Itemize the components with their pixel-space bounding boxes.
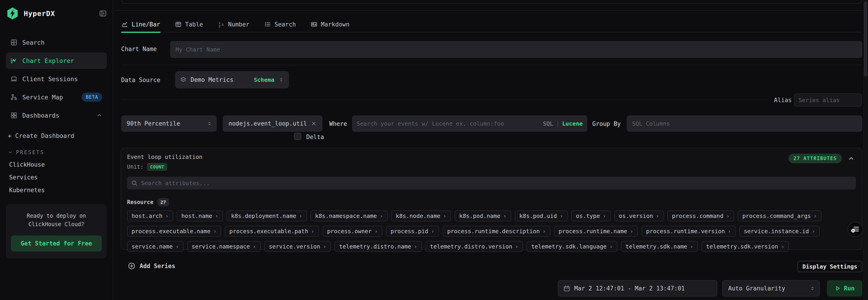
attribute-chip[interactable]: host.arch› xyxy=(127,211,173,221)
display-settings-button[interactable]: Display Settings xyxy=(798,261,862,272)
service-map-icon xyxy=(10,94,17,101)
tab-table[interactable]: Table xyxy=(175,17,203,32)
product-tour-fab[interactable] xyxy=(848,222,863,237)
preset-kubernetes[interactable]: Kubernetes xyxy=(6,187,107,194)
delta-checkbox[interactable] xyxy=(294,133,301,140)
sidebar-item-client-sessions[interactable]: Client Sessions xyxy=(6,71,107,87)
attribute-chip[interactable]: process.runtime.name› xyxy=(554,226,638,237)
attribute-chip[interactable]: service.version› xyxy=(265,241,331,252)
group-by-label: Group By xyxy=(592,120,621,127)
attribute-chip[interactable]: process.owner› xyxy=(323,226,382,237)
chevron-up-icon xyxy=(96,112,102,118)
attribute-chip[interactable]: service.name› xyxy=(127,241,184,252)
attribute-chip[interactable]: k8s.namespace.name› xyxy=(311,211,388,221)
close-icon[interactable] xyxy=(311,121,316,126)
sidebar-item-chart-explorer[interactable]: Chart Explorer xyxy=(6,52,107,69)
add-series-button[interactable]: Add Series xyxy=(128,262,175,270)
alias-divider xyxy=(121,100,771,100)
sidebar-item-label: Service Map xyxy=(22,94,63,101)
attribute-chip[interactable]: telemetry.distro.version› xyxy=(426,241,523,252)
chevron-right-icon: › xyxy=(728,228,731,235)
attribute-chip[interactable]: telemetry.sdk.version› xyxy=(702,241,789,252)
presets-header[interactable]: PRESETS xyxy=(6,149,107,155)
attribute-chip-label: service.instance.id xyxy=(744,228,809,235)
tab-search[interactable]: Search xyxy=(264,17,296,32)
delta-label: Delta xyxy=(306,134,324,140)
calendar-icon xyxy=(563,285,570,292)
chevron-right-icon: › xyxy=(781,243,784,250)
play-icon xyxy=(835,285,841,291)
sidebar-item-service-map[interactable]: Service Map BETA xyxy=(6,89,107,105)
attribute-chip[interactable]: os.type› xyxy=(571,211,611,221)
attribute-chip[interactable]: process.runtime.description› xyxy=(443,226,550,237)
lucene-toggle[interactable]: Lucene xyxy=(562,120,583,127)
attribute-chip[interactable]: telemetry.sdk.name› xyxy=(621,241,698,252)
attribute-chip[interactable]: os.version› xyxy=(614,211,664,221)
svg-text:3: 3 xyxy=(222,23,223,26)
attribute-chip[interactable]: process.command_args› xyxy=(738,211,822,221)
attribute-chip[interactable]: process.pid› xyxy=(386,226,439,237)
group-by-input[interactable] xyxy=(627,115,862,132)
sidebar-item-label: Client Sessions xyxy=(22,76,78,83)
sidebar-item-label: Search xyxy=(22,39,44,46)
attribute-search-input[interactable] xyxy=(141,180,852,187)
time-range-picker[interactable]: Mar 2 12:47:01 - Mar 2 13:47:01 xyxy=(558,280,717,297)
sql-toggle[interactable]: SQL xyxy=(543,120,553,127)
attribute-chip[interactable]: process.executable.path› xyxy=(225,226,319,237)
attribute-chip[interactable]: k8s.pod.name› xyxy=(455,211,511,221)
attribute-chip[interactable]: telemetry.sdk.language› xyxy=(527,241,617,252)
tab-markdown[interactable]: Markdown xyxy=(310,17,350,32)
promo-text: Ready to deploy on ClickHouse Cloud? xyxy=(11,212,102,229)
aggregation-select[interactable]: 90th Percentile xyxy=(121,115,217,132)
top-divider xyxy=(114,10,863,11)
attribute-chip[interactable]: k8s.deployment.name› xyxy=(226,211,307,221)
attribute-chip-label: service.namespace xyxy=(192,243,250,250)
sidebar-collapse-icon[interactable] xyxy=(99,9,107,17)
chart-preview-panel-edge xyxy=(121,0,862,4)
attribute-chip[interactable]: service.namespace› xyxy=(187,241,261,252)
chevron-right-icon: › xyxy=(603,213,606,219)
preset-services[interactable]: Services xyxy=(6,174,107,181)
attribute-chip[interactable]: service.instance.id› xyxy=(739,226,820,237)
markdown-icon xyxy=(311,21,317,28)
attribute-chip[interactable]: host.name› xyxy=(177,211,223,221)
attribute-chip[interactable]: process.command› xyxy=(668,211,734,221)
data-source-select[interactable]: Demo Metrics Schema xyxy=(175,71,289,88)
chevron-right-icon: › xyxy=(176,243,179,250)
chevron-right-icon: › xyxy=(609,243,613,250)
vertical-scrollbar[interactable] xyxy=(863,0,868,300)
chart-name-label: Chart Name xyxy=(121,46,157,52)
run-button[interactable]: Run xyxy=(827,280,862,297)
where-search-input[interactable] xyxy=(356,120,540,127)
attribute-chip[interactable]: k8s.pod.uid› xyxy=(515,211,568,221)
metric-field-chip[interactable]: nodejs.event_loop.util xyxy=(223,115,322,132)
search-grid-icon xyxy=(10,39,17,46)
scrollbar-thumb[interactable] xyxy=(864,1,867,77)
metric-attributes-panel: Event loop utilization Unit: COUNT 27 AT… xyxy=(121,148,862,250)
tab-number[interactable]: 123 Number xyxy=(218,17,250,32)
tab-line-bar[interactable]: Line/Bar xyxy=(121,17,160,32)
schema-link[interactable]: Schema xyxy=(254,77,274,83)
chevron-right-icon: › xyxy=(560,213,563,219)
sidebar-item-dashboards[interactable]: Dashboards xyxy=(6,107,107,124)
attribute-chip[interactable]: process.runtime.version› xyxy=(642,226,736,237)
sidebar-item-search[interactable]: Search xyxy=(6,34,107,51)
attribute-chip[interactable]: k8s.node.name› xyxy=(391,211,451,221)
preset-clickhouse[interactable]: ClickHouse xyxy=(6,161,107,168)
attribute-chip-label: process.runtime.description xyxy=(447,228,540,235)
get-started-button[interactable]: Get Started for Free xyxy=(11,236,102,251)
attributes-count-badge: 27 ATTRIBUTES xyxy=(788,154,842,163)
attribute-chip-label: telemetry.distro.version xyxy=(430,243,512,250)
granularity-value: Auto Granularity xyxy=(728,285,810,292)
chart-name-input[interactable] xyxy=(170,41,862,58)
attribute-chip-label: service.version xyxy=(269,243,320,250)
panel-collapse-chevron-up-icon[interactable] xyxy=(848,155,855,162)
granularity-select[interactable]: Auto Granularity xyxy=(722,280,820,297)
aggregation-value: 90th Percentile xyxy=(127,120,207,127)
chevron-right-icon: › xyxy=(215,213,218,219)
attribute-chip[interactable]: process.executable.name› xyxy=(127,226,221,237)
series-alias-input[interactable] xyxy=(794,93,862,107)
create-dashboard-button[interactable]: + Create Dashboard xyxy=(6,132,107,139)
attribute-chip-label: process.owner xyxy=(327,228,372,235)
attribute-chip[interactable]: telemetry.distro.name› xyxy=(335,241,422,252)
